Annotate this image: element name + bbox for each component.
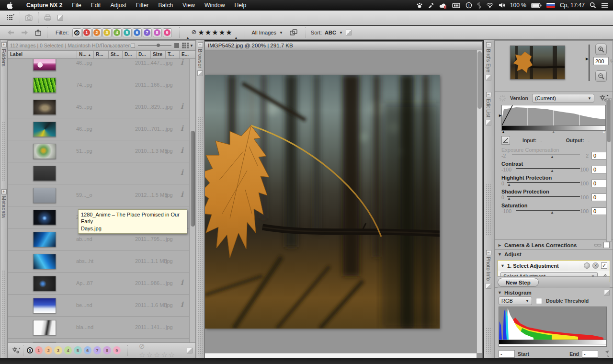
- browser-palette-tab[interactable]: − Browser: [197, 42, 203, 76]
- star-rating-filter[interactable]: ⊘★★★★★: [191, 28, 232, 37]
- compare-images-icon[interactable]: [288, 27, 300, 38]
- workspace-grid-button[interactable]: [4, 12, 17, 23]
- slider-thumb[interactable]: ▲: [507, 196, 511, 201]
- collapse-minus-icon[interactable]: −: [486, 250, 491, 255]
- apply-label-8[interactable]: 8: [103, 346, 111, 354]
- image-filter-dropdown[interactable]: All Images▼: [252, 30, 283, 35]
- menu-item-help[interactable]: Help: [230, 2, 251, 9]
- file-row[interactable]: 74...pg2011...166....jpg: [8, 74, 190, 96]
- disclosure-right-icon[interactable]: ►: [498, 243, 502, 248]
- expand-plus-icon[interactable]: +: [1, 189, 7, 194]
- apply-label-5[interactable]: 5: [74, 346, 81, 354]
- col-name[interactable]: N... ▲: [77, 51, 94, 58]
- filter-label-5[interactable]: 5: [123, 28, 132, 37]
- slider-thumb[interactable]: ▲: [550, 169, 554, 173]
- collapse-minus-icon[interactable]: −: [486, 92, 491, 97]
- histogram-reset-icon[interactable]: [601, 351, 609, 357]
- file-thumbnail[interactable]: [33, 276, 56, 291]
- camera-lens-label[interactable]: Camera & Lens Corrections: [504, 242, 577, 248]
- apply-label-3[interactable]: 3: [54, 346, 62, 354]
- file-row[interactable]: be...nd2011...1.6 MBjpgi: [8, 295, 190, 317]
- file-row[interactable]: bla...nd2011...141....jpg: [8, 317, 190, 339]
- menu-item-batch[interactable]: Batch: [153, 2, 178, 9]
- open-in-editor-icon[interactable]: [32, 27, 44, 38]
- info-icon[interactable]: i: [181, 59, 183, 67]
- file-row[interactable]: 51...pg2010...1.3 MBjpgi: [8, 140, 190, 162]
- palette-corner-icon[interactable]: [486, 75, 491, 80]
- col-edited[interactable]: E...: [180, 51, 190, 58]
- apply-label-6[interactable]: 6: [84, 346, 91, 354]
- info-icon[interactable]: i: [181, 146, 183, 155]
- time-machine-icon[interactable]: !: [465, 2, 472, 9]
- wifi-icon[interactable]: [486, 2, 494, 8]
- file-thumbnail[interactable]: [33, 188, 56, 203]
- file-row[interactable]: abs...ht2011...1.1 MBjpg: [8, 250, 190, 273]
- filter-label-3[interactable]: 3: [102, 28, 112, 37]
- sort-dropdown[interactable]: Sort:ABC▼: [311, 30, 343, 35]
- zoom-value-input[interactable]: [593, 57, 609, 65]
- filter-label-6[interactable]: 6: [133, 28, 142, 37]
- folders-palette-tab[interactable]: + Folders: [1, 42, 7, 67]
- disclosure-down-icon[interactable]: ▼: [500, 263, 505, 268]
- file-thumbnail[interactable]: [33, 100, 56, 115]
- exposure-value-input[interactable]: [591, 152, 608, 159]
- histogram-start-input[interactable]: [499, 350, 515, 358]
- filter-label-8[interactable]: 8: [153, 28, 162, 37]
- info-icon[interactable]: i: [181, 300, 183, 309]
- menu-clock[interactable]: Ср, 17:47: [560, 2, 585, 9]
- histogram-end-input[interactable]: [582, 350, 598, 358]
- slider-track[interactable]: [512, 154, 580, 155]
- menu-item-app[interactable]: Capture NX 2: [22, 2, 67, 9]
- edit-list-palette-tab[interactable]: − Edit List: [486, 92, 491, 125]
- browser-scrollbar[interactable]: [189, 59, 195, 342]
- view-mode-grid-icon[interactable]: [182, 43, 189, 48]
- collapse-minus-icon[interactable]: −: [486, 42, 491, 47]
- collapse-minus-icon[interactable]: −: [198, 42, 203, 47]
- cloud-status-icon[interactable]: [439, 2, 447, 9]
- file-row[interactable]: 46...pg2010...701....jpgi: [8, 118, 190, 140]
- menu-item-window[interactable]: Window: [200, 2, 230, 9]
- step-apply-checkbox[interactable]: ✓: [601, 262, 607, 269]
- apply-label-7[interactable]: 7: [93, 346, 101, 354]
- palette-corner-icon[interactable]: [486, 283, 491, 289]
- step-dot-button[interactable]: [584, 262, 590, 269]
- filter-expander-icon[interactable]: [346, 30, 352, 35]
- apply-label-4[interactable]: 4: [64, 346, 72, 354]
- col-date2[interactable]: D...: [136, 51, 151, 58]
- info-icon[interactable]: i: [181, 190, 183, 199]
- file-thumbnail[interactable]: [33, 144, 56, 159]
- filter-label-0[interactable]: 0: [72, 28, 81, 37]
- zoom-out-button[interactable]: [595, 70, 607, 82]
- bluetooth-icon[interactable]: [477, 2, 481, 9]
- palette-corner-icon[interactable]: [486, 120, 491, 125]
- col-label[interactable]: Label: [8, 51, 77, 58]
- thumb-size-large-icon[interactable]: [174, 43, 179, 48]
- levels-left-arrow[interactable]: ►: [498, 113, 502, 118]
- file-thumbnail[interactable]: [33, 232, 56, 247]
- toolbar-expander-icon[interactable]: [57, 15, 63, 21]
- capture-camera-button[interactable]: [23, 12, 35, 23]
- channel-dropdown[interactable]: RGB▼: [499, 296, 532, 305]
- zoom-slider-thumb[interactable]: ►: [585, 56, 590, 61]
- new-step-button[interactable]: New Step: [498, 278, 539, 287]
- menu-item-view[interactable]: View: [178, 2, 200, 9]
- image-horizontal-scrollbar[interactable]: [205, 353, 477, 358]
- adjust-label[interactable]: Adjust: [504, 251, 522, 257]
- file-thumbnail[interactable]: [33, 210, 56, 225]
- filter-label-7[interactable]: 7: [143, 28, 152, 37]
- filter-label-4[interactable]: 4: [113, 28, 122, 37]
- histogram-label[interactable]: Histogram: [504, 290, 532, 296]
- paw-icon[interactable]: [416, 2, 423, 9]
- filter-label-2[interactable]: 2: [92, 28, 102, 37]
- file-row[interactable]: 59..._o2012...1.5 MBjpgi: [8, 184, 190, 206]
- file-thumbnail[interactable]: [33, 298, 56, 313]
- version-dropdown[interactable]: (Current)▼: [532, 94, 594, 102]
- info-icon[interactable]: i: [181, 124, 183, 133]
- new-version-icon[interactable]: [499, 94, 506, 102]
- tunnelblick-icon[interactable]: [428, 2, 434, 9]
- keyboard-battery-icon[interactable]: [452, 3, 461, 8]
- mid-point-slider[interactable]: ▲: [552, 130, 556, 134]
- thumbnail-size-slider[interactable]: [138, 45, 171, 46]
- white-point-slider[interactable]: ▲: [602, 130, 606, 134]
- levels-histogram[interactable]: ►: [501, 105, 606, 126]
